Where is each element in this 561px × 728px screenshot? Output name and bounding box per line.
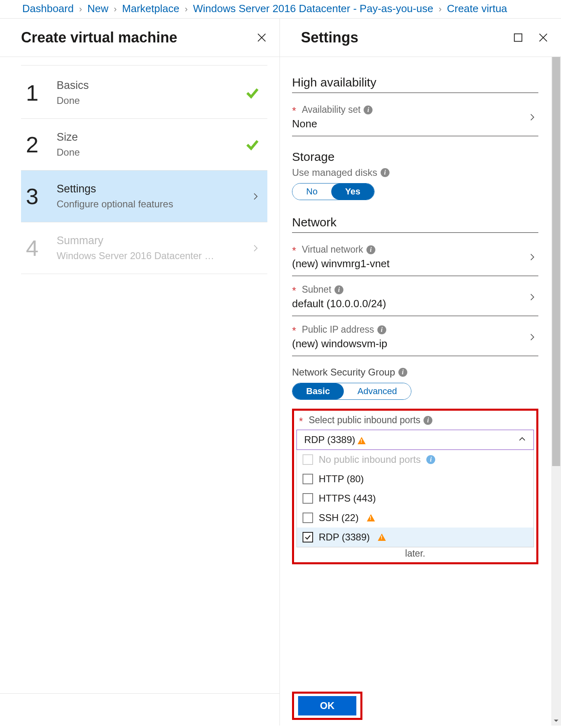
panel-title: Settings bbox=[301, 29, 358, 46]
step-title: Size bbox=[57, 131, 243, 143]
nsg-toggle[interactable]: Basic Advanced bbox=[292, 383, 411, 400]
option-label: HTTP (80) bbox=[319, 473, 364, 485]
option-label: RDP (3389) bbox=[319, 532, 370, 543]
breadcrumb-item[interactable]: New bbox=[87, 2, 108, 15]
breadcrumb: Dashboard › New › Marketplace › Windows … bbox=[0, 0, 561, 19]
warning-icon bbox=[378, 534, 386, 541]
field-label: Subnet bbox=[302, 284, 331, 295]
info-icon[interactable]: i bbox=[377, 325, 386, 334]
check-icon bbox=[245, 137, 260, 152]
field-virtual-network[interactable]: *Virtual networki (new) winvmrg1-vnet bbox=[292, 240, 538, 276]
inbound-ports-dropdown: No public inbound ports i HTTP (80) HTTP… bbox=[296, 450, 534, 547]
scroll-down-icon[interactable] bbox=[551, 716, 561, 726]
chevron-right-icon bbox=[528, 333, 537, 343]
info-icon[interactable]: i bbox=[381, 168, 390, 177]
step-subtitle: Done bbox=[57, 147, 227, 158]
toggle-no[interactable]: No bbox=[292, 184, 331, 200]
field-label: Virtual network bbox=[302, 244, 363, 255]
nsg-label: Network Security Group bbox=[292, 367, 395, 378]
ports-label: Select public inbound ports bbox=[309, 415, 420, 426]
option-label: SSH (22) bbox=[319, 512, 359, 523]
option-label: No public inbound ports bbox=[319, 454, 421, 465]
field-label: Public IP address bbox=[302, 324, 374, 335]
step-title: Basics bbox=[57, 79, 243, 92]
chevron-right-icon: › bbox=[438, 4, 441, 14]
chevron-right-icon bbox=[528, 253, 537, 263]
wizard-step-size[interactable]: 2 Size Done bbox=[21, 119, 267, 171]
step-number: 3 bbox=[26, 185, 57, 208]
toggle-advanced[interactable]: Advanced bbox=[344, 383, 411, 399]
required-icon: * bbox=[292, 288, 296, 294]
port-option-ssh[interactable]: SSH (22) bbox=[297, 508, 533, 528]
chevron-right-icon bbox=[251, 192, 260, 201]
wizard-step-basics[interactable]: 1 Basics Done bbox=[21, 67, 267, 119]
info-icon[interactable]: i bbox=[334, 285, 343, 294]
breadcrumb-item[interactable]: Dashboard bbox=[22, 2, 74, 15]
step-title: Settings bbox=[57, 183, 243, 195]
managed-disks-label: Use managed disks bbox=[292, 167, 377, 178]
settings-panel: Settings High availability *Availability… bbox=[280, 19, 561, 726]
info-icon[interactable]: i bbox=[364, 106, 373, 114]
option-label: HTTPS (443) bbox=[319, 493, 376, 504]
ok-button[interactable]: OK bbox=[298, 696, 356, 715]
chevron-right-icon bbox=[528, 293, 537, 303]
field-value: (new) winvmrg1-vnet bbox=[292, 257, 538, 270]
step-number: 1 bbox=[26, 82, 57, 104]
inbound-ports-section: *Select public inbound portsi RDP (3389)… bbox=[292, 409, 538, 564]
field-label: Availability set bbox=[302, 104, 360, 115]
info-icon[interactable]: i bbox=[366, 245, 375, 254]
checkbox[interactable] bbox=[303, 474, 313, 484]
section-network: Network bbox=[292, 215, 538, 229]
panel-title: Create virtual machine bbox=[21, 29, 177, 46]
port-option-https[interactable]: HTTPS (443) bbox=[297, 489, 533, 508]
restore-icon[interactable] bbox=[512, 32, 524, 43]
field-subnet[interactable]: *Subneti default (10.0.0.0/24) bbox=[292, 280, 538, 316]
breadcrumb-item[interactable]: Create virtua bbox=[447, 2, 507, 15]
info-icon[interactable]: i bbox=[423, 416, 432, 425]
chevron-right-icon bbox=[251, 244, 260, 253]
divider bbox=[292, 232, 538, 233]
port-option-http[interactable]: HTTP (80) bbox=[297, 469, 533, 489]
step-subtitle: Done bbox=[57, 95, 227, 106]
managed-disks-toggle[interactable]: No Yes bbox=[292, 183, 375, 200]
checkbox[interactable] bbox=[303, 513, 313, 523]
wizard-step-summary[interactable]: 4 Summary Windows Server 2016 Datacenter… bbox=[21, 222, 267, 274]
chevron-right-icon: › bbox=[79, 4, 82, 14]
warning-icon bbox=[367, 514, 375, 521]
chevron-right-icon: › bbox=[114, 4, 116, 14]
field-public-ip[interactable]: *Public IP addressi (new) windowsvm-ip bbox=[292, 320, 538, 356]
field-value: default (10.0.0.0/24) bbox=[292, 298, 538, 310]
step-number: 4 bbox=[26, 237, 57, 260]
checkbox[interactable] bbox=[303, 493, 313, 504]
wizard-step-settings[interactable]: 3 Settings Configure optional features bbox=[21, 171, 267, 222]
required-icon: * bbox=[299, 418, 303, 425]
required-icon: * bbox=[292, 108, 296, 114]
required-icon: * bbox=[292, 328, 296, 334]
inbound-ports-combo[interactable]: RDP (3389) bbox=[296, 430, 534, 450]
info-icon[interactable]: i bbox=[426, 455, 435, 464]
breadcrumb-item[interactable]: Marketplace bbox=[122, 2, 180, 15]
divider bbox=[292, 93, 538, 93]
chevron-right-icon: › bbox=[185, 4, 188, 14]
toggle-basic[interactable]: Basic bbox=[292, 383, 344, 399]
checkbox[interactable] bbox=[303, 454, 313, 465]
info-icon[interactable]: i bbox=[398, 368, 407, 377]
field-availability-set[interactable]: *Availability seti None bbox=[292, 100, 538, 136]
port-option-none[interactable]: No public inbound ports i bbox=[297, 450, 533, 469]
section-storage: Storage bbox=[292, 150, 538, 164]
toggle-yes[interactable]: Yes bbox=[331, 184, 374, 200]
breadcrumb-item[interactable]: Windows Server 2016 Datacenter - Pay-as-… bbox=[193, 2, 433, 15]
later-text: later. bbox=[296, 548, 534, 559]
scrollbar-thumb[interactable] bbox=[552, 57, 560, 466]
step-subtitle: Configure optional features bbox=[57, 198, 227, 210]
checkbox[interactable] bbox=[303, 532, 313, 542]
port-option-rdp[interactable]: RDP (3389) bbox=[297, 528, 533, 547]
step-subtitle: Windows Server 2016 Datacenter … bbox=[57, 250, 227, 262]
ok-button-wrap: OK bbox=[292, 692, 362, 720]
close-icon[interactable] bbox=[256, 32, 267, 43]
close-icon[interactable] bbox=[538, 32, 549, 43]
step-number: 2 bbox=[26, 133, 57, 156]
scrollbar[interactable] bbox=[551, 57, 561, 726]
chevron-right-icon bbox=[528, 113, 537, 123]
combo-value: RDP (3389) bbox=[304, 434, 355, 445]
